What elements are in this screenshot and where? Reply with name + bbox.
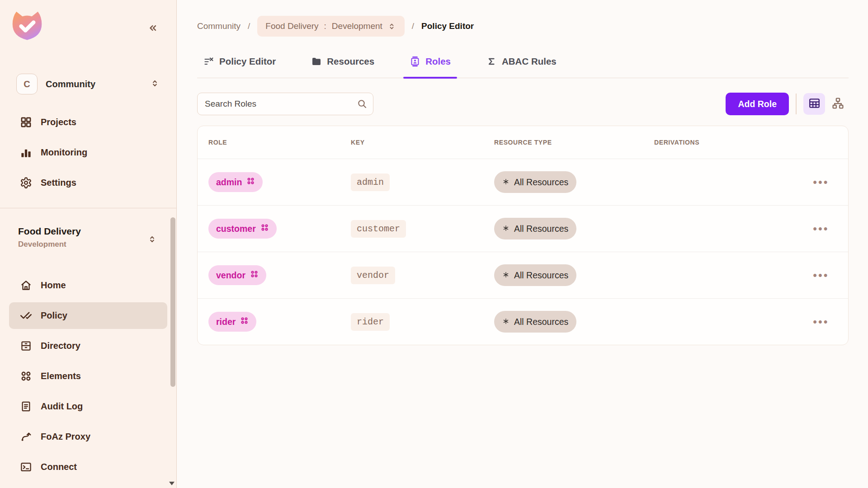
sidebar-item-label: FoAz Proxy [41,432,90,442]
role-badge[interactable]: rider [208,312,256,332]
sidebar-divider [0,208,176,208]
sidebar-item-label: Settings [41,178,76,188]
asterisk-icon [502,224,509,234]
resource-type-label: All Resources [514,317,568,327]
workspace-name: Community [46,79,95,89]
graph-view-toggle[interactable] [827,93,849,115]
tab-resources[interactable]: Resources [305,53,381,78]
breadcrumb: Community / Food Delivery : Development … [197,16,849,37]
sidebar-scrollbar-thumb[interactable] [170,217,175,387]
sigma-icon [486,56,497,67]
row-menu-button[interactable]: ••• [813,316,829,328]
document-icon [20,400,32,413]
sidebar-item-projects[interactable]: Projects [9,109,167,136]
sidebar-item-label: Monitoring [41,147,87,158]
project-switcher[interactable]: Food Delivery Development [18,226,158,249]
resource-type-chip: All Resources [494,311,576,333]
sidebar-item-label: Audit Log [41,401,83,412]
resource-type-chip: All Resources [494,171,576,193]
project-name: Food Delivery [18,226,158,237]
resource-type-label: All Resources [514,177,568,188]
row-menu-button[interactable]: ••• [813,177,829,188]
grid-icon [20,116,32,128]
chevron-up-down-icon [387,22,396,31]
tab-label: Roles [425,56,451,67]
org-navigation: Projects Monitoring Settings [0,105,176,200]
role-badge[interactable]: customer [208,219,277,239]
sidebar-item-audit-log[interactable]: Audit Log [9,393,167,420]
graph-view-icon [831,97,844,112]
breadcrumb-project: Food Delivery [265,21,318,31]
four-circles-icon [20,370,32,382]
double-check-icon [20,310,32,322]
sidebar-item-foaz-proxy[interactable]: FoAz Proxy [9,423,167,450]
breadcrumb-environment: Development [332,21,382,31]
chevron-up-down-icon[interactable] [147,234,157,246]
folder-icon [311,56,322,67]
tab-roles[interactable]: Roles [403,53,457,78]
tab-abac-rules[interactable]: ABAC Rules [480,53,563,78]
workspace-avatar: C [16,74,38,94]
search-input[interactable] [197,93,373,115]
bar-chart-icon [20,146,32,159]
search-icon [357,99,368,109]
breadcrumb-project-pill[interactable]: Food Delivery : Development [257,16,404,37]
sidebar-item-connect[interactable]: Connect [9,454,167,480]
breadcrumb-project-separator: : [324,21,326,31]
environment-name: Development [18,240,158,249]
roles-toolbar: Add Role [197,93,849,115]
route-arrow-icon [20,431,32,443]
add-role-button[interactable]: Add Role [726,93,789,115]
sidebar-collapse-button[interactable] [144,20,162,38]
role-name: customer [216,224,256,234]
search-box [197,93,373,115]
table-row: customer customer All Resources ••• [198,205,848,252]
brand-cat-logo [10,9,44,44]
asterisk-icon [502,317,509,327]
sidebar-item-label: Policy [41,310,67,321]
sidebar-item-home[interactable]: Home [9,272,167,299]
toolbar-divider [796,94,797,114]
breadcrumb-separator: / [412,21,414,31]
sidebar-item-directory[interactable]: Directory [9,333,167,359]
table-row: rider rider All Resources ••• [198,298,848,345]
home-icon [20,279,32,291]
sidebar-item-monitoring[interactable]: Monitoring [9,139,167,166]
table-row: vendor vendor All Resources ••• [198,252,848,298]
toolbar-actions: Add Role [726,93,849,115]
main-content: Community / Food Delivery : Development … [177,0,868,488]
tab-label: ABAC Rules [502,56,557,67]
breadcrumb-current: Policy Editor [421,21,474,31]
sidebar-item-label: Directory [41,341,80,351]
sidebar-item-settings[interactable]: Settings [9,169,167,196]
rules-x-icon [203,56,214,67]
column-header-derivations: DERIVATIONS [654,139,805,146]
asterisk-icon [502,270,509,281]
breadcrumb-root[interactable]: Community [197,21,241,31]
chevrons-left-icon [147,22,159,36]
four-circles-icon [246,177,255,188]
row-menu-button[interactable]: ••• [813,223,829,235]
scrollbar-down-arrow[interactable] [169,482,175,485]
column-header-key: KEY [351,139,494,146]
id-badge-icon [410,56,420,67]
four-circles-icon [240,316,249,327]
table-view-toggle[interactable] [803,93,825,115]
breadcrumb-separator: / [248,21,250,31]
sidebar-item-elements[interactable]: Elements [9,363,167,389]
sidebar-item-label: Home [41,280,66,291]
sidebar-item-policy[interactable]: Policy [9,302,167,329]
row-menu-button[interactable]: ••• [813,270,829,281]
role-key: vendor [351,267,395,284]
role-badge[interactable]: vendor [208,265,266,285]
tab-label: Policy Editor [219,56,276,67]
role-key: admin [351,174,390,191]
role-key: customer [351,220,406,238]
role-badge[interactable]: admin [208,172,263,192]
resource-type-chip: All Resources [494,264,576,286]
tab-policy-editor[interactable]: Policy Editor [197,53,282,78]
terminal-icon [20,461,32,473]
role-name: vendor [216,270,245,281]
table-header: ROLE KEY RESOURCE TYPE DERIVATIONS [198,126,848,159]
workspace-switcher[interactable]: C Community [0,74,176,94]
